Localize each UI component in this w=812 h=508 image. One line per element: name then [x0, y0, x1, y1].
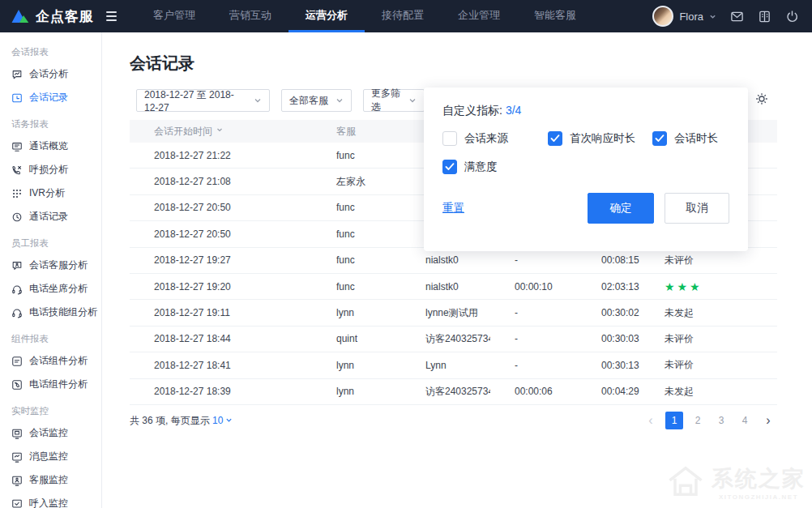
- call-record-icon: [11, 211, 23, 223]
- confirm-button[interactable]: 确定: [588, 193, 654, 224]
- sidebar-item-label: 消息监控: [29, 450, 68, 463]
- settings-gear-icon[interactable]: [755, 92, 768, 109]
- sidebar-item[interactable]: 呼入监控: [0, 492, 101, 508]
- table-cell: 访客2403257344: [401, 385, 490, 399]
- table-row[interactable]: 2018-12-27 19:27funcnialstk0-00:08:15未评价: [130, 248, 777, 274]
- table-cell: 2018-12-27 20:50: [130, 228, 312, 240]
- headset-icon: [11, 307, 23, 318]
- metric-option[interactable]: 会话来源: [442, 131, 548, 146]
- table-row[interactable]: 2018-12-27 19:11lynnlynne测试用-00:30:02未发起: [130, 300, 777, 326]
- table-cell: 2018-12-27 21:08: [130, 176, 312, 187]
- checkbox-checked-icon[interactable]: [652, 131, 667, 146]
- metric-option[interactable]: 满意度: [442, 160, 548, 174]
- user-name: Flora: [679, 11, 703, 23]
- table-row[interactable]: 2018-12-27 18:39lynn访客240325734400:00:06…: [130, 379, 777, 405]
- user-menu[interactable]: Flora: [652, 6, 716, 27]
- sidebar-item[interactable]: 会话分析: [0, 62, 101, 86]
- table-row[interactable]: 2018-12-27 18:41lynnLynn-00:30:13未评价: [130, 352, 777, 378]
- sidebar-item-label: 通话记录: [29, 210, 68, 224]
- ivr-icon: [11, 188, 23, 199]
- avatar[interactable]: [652, 6, 673, 27]
- chevron-down-icon: [335, 96, 344, 105]
- table-cell: Lynn: [401, 360, 490, 371]
- pagination-page-1[interactable]: 1: [665, 412, 683, 429]
- nav-item-4[interactable]: 企业管理: [441, 0, 517, 32]
- checkbox-unchecked-icon[interactable]: [442, 131, 457, 146]
- pagination-prev-button[interactable]: ‹: [642, 412, 660, 429]
- nav-item-2[interactable]: 运营分析: [288, 0, 365, 32]
- sidebar-item[interactable]: 呼损分析: [0, 158, 101, 181]
- table-cell: 2018-12-27 19:11: [130, 307, 312, 318]
- filter-bar: 2018-12-27 至 2018-12-27 全部客服 更多筛选: [136, 89, 425, 112]
- sidebar-item[interactable]: 会话监控: [0, 421, 101, 445]
- more-filters-label: 更多筛选: [371, 87, 402, 114]
- table-cell: quint: [312, 333, 401, 344]
- reset-link[interactable]: 重置: [442, 201, 464, 216]
- table-cell: 2018-12-27 18:44: [130, 333, 312, 344]
- logout-icon[interactable]: [785, 10, 799, 23]
- table-row[interactable]: 2018-12-27 18:44quint访客2403257344-00:30:…: [130, 327, 777, 352]
- table-cell: 00:08:15: [577, 254, 640, 266]
- sidebar-item[interactable]: 客服监控: [0, 468, 101, 492]
- sidebar-item[interactable]: 消息监控: [0, 445, 101, 468]
- table-cell: func: [312, 254, 401, 266]
- metric-options: 会话来源首次响应时长会话时长满意度: [442, 131, 731, 174]
- table-cell: func: [312, 281, 401, 292]
- sidebar-item-label: 电话坐席分析: [29, 282, 88, 296]
- table-cell: 访客2403257344: [401, 332, 490, 346]
- table-cell: 00:04:29: [577, 386, 640, 397]
- table-row[interactable]: 2018-12-27 19:20funcnialstk000:00:1002:0…: [130, 274, 777, 300]
- nav-item-0[interactable]: 客户管理: [136, 0, 212, 32]
- contacts-book-icon[interactable]: [758, 10, 771, 23]
- pagination-page-2[interactable]: 2: [689, 412, 707, 429]
- chat-analysis-icon: [11, 69, 23, 80]
- agent-filter-select[interactable]: 全部客服: [281, 89, 352, 112]
- date-range-select[interactable]: 2018-12-27 至 2018-12-27: [136, 89, 270, 112]
- nav-item-5[interactable]: 智能客服: [517, 0, 593, 32]
- sidebar-item-label: IVR分析: [29, 186, 65, 200]
- page-size-select[interactable]: 10: [212, 415, 233, 426]
- table-cell: lynne测试用: [401, 306, 490, 320]
- table-cell: 2018-12-27 19:20: [130, 281, 312, 292]
- mail-icon[interactable]: [730, 10, 744, 23]
- headset-icon: [11, 284, 23, 295]
- more-filters-select[interactable]: 更多筛选: [363, 89, 425, 112]
- chat-agent-icon: [11, 260, 23, 271]
- sidebar-item[interactable]: 电话组件分析: [0, 373, 101, 396]
- pagination-page-3[interactable]: 3: [712, 412, 730, 429]
- cancel-button[interactable]: 取消: [665, 193, 729, 224]
- sidebar-item[interactable]: 电话技能组分析: [0, 301, 101, 324]
- pagination: ‹1234›: [642, 412, 777, 429]
- pagination-next-button[interactable]: ›: [759, 412, 777, 429]
- table-cell: func: [312, 228, 401, 240]
- table-cell: ★★★: [640, 280, 777, 293]
- table-header-cell[interactable]: 会话开始时间: [130, 125, 312, 139]
- table-cell: 00:30:02: [577, 307, 640, 318]
- sidebar-item[interactable]: 通话概览: [0, 134, 101, 158]
- metric-option[interactable]: 首次响应时长: [548, 131, 652, 146]
- sidebar-section-title: 会话报表: [0, 37, 101, 62]
- brand-name: 企点客服: [36, 7, 94, 26]
- sidebar-item[interactable]: 会话客服分析: [0, 254, 101, 277]
- table-cell: 2018-12-27 19:27: [130, 254, 312, 266]
- table-cell: 2018-12-27 21:22: [130, 150, 312, 161]
- pagination-page-4[interactable]: 4: [736, 412, 754, 429]
- metric-option[interactable]: 会话时长: [652, 131, 729, 146]
- checkbox-checked-icon[interactable]: [442, 160, 457, 174]
- checkbox-checked-icon[interactable]: [548, 131, 562, 146]
- sidebar: 会话报表会话分析会话记录话务报表通话概览呼损分析IVR分析通话记录员工报表会话客…: [0, 32, 102, 508]
- nav-item-3[interactable]: 接待配置: [365, 0, 441, 32]
- sidebar-item-label: 会话监控: [29, 426, 68, 440]
- call-component-icon: [11, 379, 23, 391]
- sidebar-item[interactable]: 通话记录: [0, 205, 101, 228]
- sidebar-item-label: 会话客服分析: [29, 258, 88, 272]
- brand[interactable]: 企点客服: [0, 7, 94, 26]
- top-nav: 企点客服 客户管理营销互动运营分析接待配置企业管理智能客服 Flora: [0, 0, 812, 32]
- sidebar-item[interactable]: 会话记录: [0, 86, 101, 109]
- menu-toggle-icon[interactable]: [103, 8, 120, 24]
- nav-item-1[interactable]: 营销互动: [212, 0, 288, 32]
- call-overview-icon: [11, 141, 23, 152]
- sidebar-item[interactable]: 电话坐席分析: [0, 277, 101, 301]
- sidebar-item[interactable]: IVR分析: [0, 181, 101, 205]
- sidebar-item[interactable]: 会话组件分析: [0, 349, 101, 373]
